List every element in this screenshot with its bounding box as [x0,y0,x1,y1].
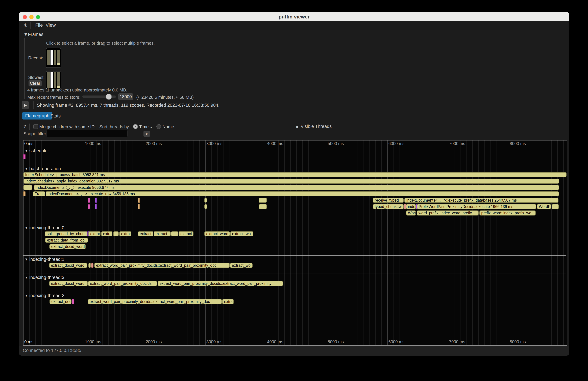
flame-scope-sliver[interactable] [91,263,93,268]
help-button[interactable]: ? [23,124,26,129]
flame-scope-bar[interactable]: IndexDocuments<_, _>::execute_raw 8459.1… [46,191,559,196]
flame-scope-sliver[interactable] [72,299,74,304]
frame-bar[interactable] [57,72,60,88]
tab-flamegraph[interactable]: Flamegraph [22,112,52,120]
merge-children-label[interactable]: Merge children with same ID [39,124,94,129]
frame-bar[interactable] [47,50,50,65]
frames-collapsible-header[interactable]: ▼Frames [23,32,43,37]
thread-header-indexing-thread:2[interactable]: ▼indexing-thread:2 [25,293,64,298]
flame-scope-bar[interactable]: extract_docid_word [49,263,87,268]
grid-line [321,141,321,345]
frame-bar[interactable] [54,50,56,65]
flame-scope-sliver[interactable] [259,204,267,209]
flame-scope-bar[interactable]: extract_wo [230,263,252,268]
max-frames-slider-knob[interactable] [106,94,112,100]
flame-scope-bar[interactable]: Word [406,211,416,215]
flame-scope-sliver[interactable] [113,231,119,236]
flame-scope-bar[interactable]: extract_word_pair_proximity_docids::extr… [94,263,230,268]
thread-header-scheduler[interactable]: ▼scheduler [25,148,49,153]
flame-scope-bar[interactable]: IndexScheduler>::process_batch 8953.821 … [23,172,567,177]
theme-toggle-sun-icon[interactable]: ☀ [22,22,29,29]
flame-scope-bar[interactable]: extract::data_from_ob [45,238,88,243]
frame-bar[interactable] [50,50,53,65]
flame-scope-bar[interactable]: extract_doc [49,299,71,304]
thread-header-indexing-thread:0[interactable]: ▼indexing-thread:0 [25,225,64,231]
clear-button[interactable]: Clear [28,80,42,86]
merge-children-checkbox[interactable] [33,124,38,129]
sort-direction-arrow-icon[interactable]: ↓ [150,124,152,129]
flame-scope-sliver[interactable] [204,198,207,203]
flame-scope-bar[interactable]: extrac [119,231,131,236]
scope-filter-label: Scope filter: [23,131,47,136]
frame-bar[interactable] [57,50,60,65]
flame-scope-sliver[interactable] [23,191,25,196]
clear-filter-button[interactable]: x [144,130,150,137]
flame-scope-sliver[interactable] [404,204,406,209]
flame-scope-bar[interactable]: extract_ [154,231,171,236]
flame-scope-bar[interactable]: receive_typed_ [373,198,404,203]
flame-scope-sliver[interactable] [95,204,97,209]
titlebar[interactable]: puffin viewer [19,12,569,21]
flame-scope-bar[interactable]: prefix_word::index_prefix_wo [480,211,536,215]
play-pause-button[interactable]: ▶ [22,101,29,109]
axis-tick-label: 1000 ms [84,339,101,344]
flame-scope-bar[interactable]: extract_word [204,231,230,236]
flame-scope-sliver[interactable] [552,204,559,209]
flame-scope-bar[interactable]: IndexDocuments<_, _>::execute 8656.677 m… [34,185,559,190]
flame-scope-bar[interactable]: extract_docid_word [49,244,86,249]
flame-scope-sliver[interactable] [204,204,207,209]
menu-file[interactable]: File [35,22,43,28]
frame-bar[interactable] [54,72,56,88]
flame-scope-bar[interactable]: typed_chunk::w [373,204,404,209]
flame-scope-bar[interactable]: extract_word_pair_proximity_docids::extr… [158,281,283,286]
sort-time-radio[interactable] [133,124,138,129]
grid-line [533,141,533,345]
sort-name-label[interactable]: Name [162,124,174,129]
flame-scope-bar[interactable]: extract [88,231,101,236]
flame-scope-bar[interactable]: extrac [222,299,234,304]
flame-scope-bar[interactable]: extract_wo [230,231,253,236]
flame-scope-bar[interactable]: index [406,204,416,209]
frame-bar[interactable] [47,72,50,88]
visible-threads-header[interactable]: ▶Visible Threads [296,124,332,129]
sort-name-radio[interactable] [156,124,161,129]
flamegraph-plot[interactable]: 0 ms1000 ms2000 ms3000 ms4000 ms5000 ms6… [23,141,566,345]
slowest-frames-thumbnail[interactable] [46,71,61,89]
tab-stats[interactable]: Stats [50,113,61,119]
flame-scope-sliver[interactable] [88,263,91,268]
flame-scope-bar[interactable]: extract [179,231,193,236]
flame-scope-sliver[interactable] [259,198,267,203]
sort-time-label[interactable]: Time [139,124,149,129]
thread-header-batch-operation[interactable]: ▼batch-operation [25,166,61,171]
flame-scope-sliver[interactable] [88,204,90,209]
grid-line [302,141,303,345]
flame-scope-bar[interactable]: split_grenad_by_chun [45,231,87,236]
flame-scope-sliver[interactable] [171,231,178,236]
flamegraph-canvas[interactable]: 0 ms1000 ms2000 ms3000 ms4000 ms5000 ms6… [23,140,567,346]
flame-scope-bar[interactable]: PrefixWordPairsProximityDocids::execute … [417,204,536,209]
flame-scope-bar[interactable]: Trans [33,191,45,196]
flame-scope-sliver[interactable] [88,198,90,203]
flame-scope-sliver[interactable] [23,154,25,159]
scope-filter-input[interactable] [46,130,127,137]
grid-line [497,141,497,345]
flame-scope-bar[interactable]: extract_ [138,231,153,236]
flame-scope-sliver[interactable] [23,185,32,190]
flame-scope-bar[interactable]: word_prefix::index_word_prefix_ [417,211,479,215]
menu-view[interactable]: View [46,22,56,28]
flame-scope-sliver[interactable] [95,198,97,203]
thread-header-indexing-thread:3[interactable]: ▼indexing-thread:3 [25,275,64,280]
flame-scope-bar[interactable]: extract_docid_word [49,281,88,286]
flame-scope-bar[interactable]: extract_word_pair_proximity_docids::extr… [88,299,222,304]
flame-scope-bar[interactable]: extra [101,231,112,236]
flame-scope-sliver[interactable] [138,198,140,203]
thread-header-indexing-thread:1[interactable]: ▼indexing-thread:1 [25,257,64,262]
flame-scope-bar[interactable]: extract_word_pair_proximity_docids [88,281,157,286]
flame-scope-bar[interactable]: IndexScheduler>::apply_index_operation 8… [23,179,559,184]
flame-scope-sliver[interactable] [138,204,140,209]
frame-bar[interactable] [50,72,53,88]
flame-scope-bar[interactable]: WordPr [537,204,551,209]
max-frames-value[interactable]: 18000 [118,93,133,100]
recent-frames-thumbnail[interactable] [46,48,61,68]
flame-scope-bar[interactable]: IndexDocuments<_, _>::execute_prefix_dat… [404,198,558,203]
